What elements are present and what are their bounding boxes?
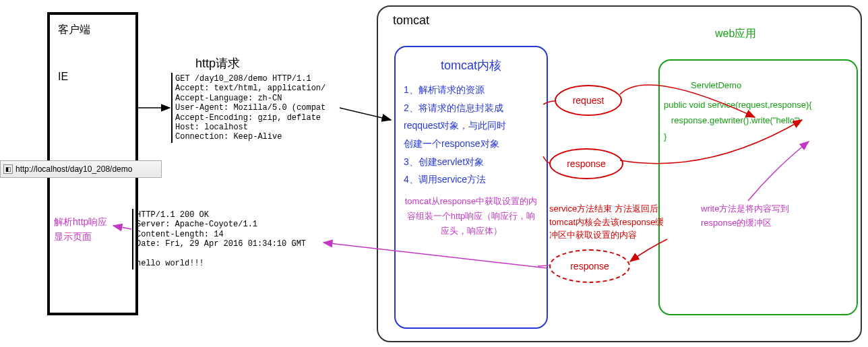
kernel-step2b: reqquest对象，与此同时 (404, 117, 538, 135)
http-response-block: HTTP/1.1 200 OK Server: Apache-Coyote/1.… (132, 209, 314, 270)
response-bubble-2: response (549, 249, 630, 283)
service-return-note: service方法结束 方法返回后tomcat内核会去该response缓冲区中… (549, 202, 671, 242)
url-text: http://localhost/day10_208/demo (16, 164, 132, 174)
write-buffer-note: write方法是将内容写到response的缓冲区 (701, 202, 822, 230)
kernel-title: tomcat内核 (404, 54, 538, 77)
http-request-title: http请求 (195, 55, 240, 71)
parse-line1: 解析http响应 (54, 214, 107, 229)
response-bubble-1: response (549, 148, 623, 179)
http-request-block: GET /day10_208/demo HTTP/1.1 Accept: tex… (171, 73, 340, 143)
url-bar: ◧ http://localhost/day10_208/demo (0, 160, 162, 178)
kernel-step1: 1、解析请求的资源 (404, 81, 538, 99)
webapp-title: web应用 (715, 27, 756, 41)
kernel-step2c: 创建一个response对象 (404, 135, 538, 153)
parse-line2: 显示页面 (54, 229, 107, 244)
kernel-step2a: 2、将请求的信息封装成 (404, 99, 538, 117)
servlet-class-name: ServletDemo (691, 80, 852, 90)
client-browser: IE (58, 71, 127, 83)
kernel-step3: 3、创建servlet对象 (404, 153, 538, 171)
tomcat-box: tomcat tomcat内核 1、解析请求的资源 2、将请求的信息封装成 re… (377, 5, 862, 342)
tomcat-title: tomcat (393, 13, 429, 28)
tomcat-kernel-box: tomcat内核 1、解析请求的资源 2、将请求的信息封装成 reqquest对… (394, 46, 548, 329)
page-icon: ◧ (3, 164, 13, 174)
parse-response-note: 解析http响应 显示页面 (54, 214, 107, 245)
client-title: 客户端 (58, 23, 127, 37)
servlet-code: public void service(request,response){ r… (664, 97, 852, 144)
kernel-step4: 4、调用service方法 (404, 170, 538, 189)
webapp-box: ServletDemo public void service(request,… (658, 59, 858, 315)
kernel-bottom-note: tomcat从response中获取设置的内容组装一个http响应（响应行，响应… (404, 194, 538, 239)
request-bubble: request (555, 85, 622, 116)
